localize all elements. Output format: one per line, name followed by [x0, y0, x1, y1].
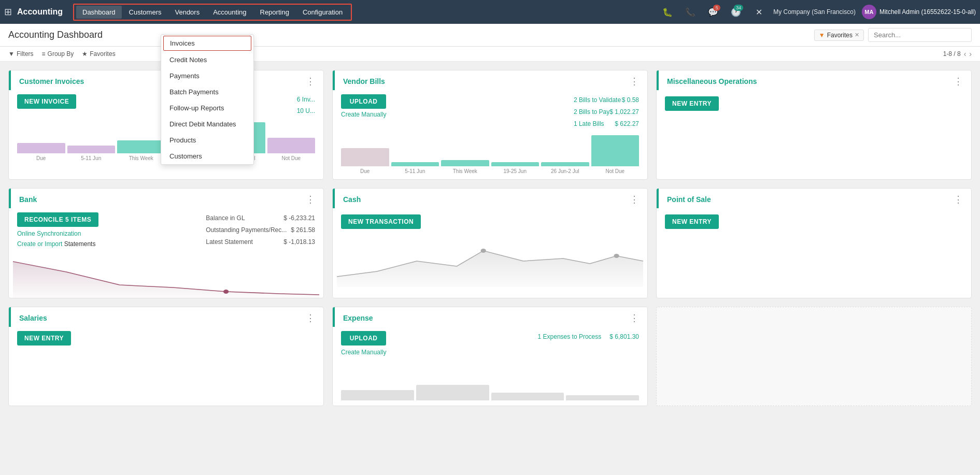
nav-item-reporting[interactable]: Reporting — [254, 6, 295, 19]
clock-badge: 34 — [734, 5, 743, 11]
filter-icon: ▼ — [8, 50, 15, 57]
dropdown-item-credit-notes[interactable]: Credit Notes — [161, 52, 253, 68]
vbar-notdue: Not Due — [591, 135, 640, 174]
bar-notdue-label: Not Due — [281, 155, 301, 161]
bar-due-label: Due — [36, 155, 46, 161]
bills-pay-row: 2 Bills to Pay $ 1,022.27 — [574, 106, 639, 118]
filters-button[interactable]: ▼ Filters — [8, 50, 34, 57]
vendor-bills-title: Vendor Bills — [343, 77, 385, 85]
create-manually-link[interactable]: Create Manually — [341, 111, 386, 118]
expense-upload-button[interactable]: UPLOAD — [341, 331, 386, 346]
nav-item-dashboard[interactable]: Dashboard — [76, 6, 122, 19]
chart-dot — [223, 290, 229, 294]
new-invoice-button[interactable]: NEW INVOICE — [17, 94, 76, 109]
cash-header: Cash ⋮ — [333, 189, 647, 208]
salaries-body: NEW ENTRY — [9, 327, 323, 350]
bank-line-chart — [9, 256, 323, 298]
create-import-row: Create or Import Statements — [17, 240, 98, 248]
expense-create-link[interactable]: Create Manually — [341, 349, 386, 356]
expense-title: Expense — [343, 314, 373, 322]
latest-label: Latest Statement — [206, 236, 253, 248]
reconcile-button[interactable]: RECONCILE 5 ITEMS — [17, 212, 98, 227]
cash-card: Cash ⋮ NEW TRANSACTION — [332, 188, 648, 298]
bar-thisweek-bar — [117, 140, 165, 153]
bar-511-bar — [67, 146, 116, 153]
nav-item-customers[interactable]: Customers — [123, 6, 168, 19]
vbar-1925-label: 19-25 Jun — [504, 168, 527, 174]
username: Mitchell Admin (16552622-15-0-all) — [879, 8, 976, 16]
pos-new-entry-button[interactable]: NEW ENTRY — [665, 214, 719, 229]
bank-header: Bank ⋮ — [9, 189, 323, 208]
expense-header: Expense ⋮ — [333, 307, 647, 327]
bug-icon-btn[interactable]: 🐛 — [659, 4, 676, 20]
online-sync-link[interactable]: Online Synchronization — [17, 230, 98, 237]
nav-item-configuration[interactable]: Configuration — [296, 6, 349, 19]
vbar-511: 5-11 Jun — [391, 162, 439, 174]
phone-icon-btn[interactable]: 📞 — [682, 4, 699, 20]
next-page-button[interactable]: › — [969, 50, 972, 58]
search-input[interactable] — [868, 28, 972, 42]
dropdown-item-batch-payments[interactable]: Batch Payments — [161, 84, 253, 100]
favorites-button[interactable]: ★ Favorites — [82, 50, 115, 57]
misc-operations-body: NEW ENTRY — [657, 90, 971, 152]
salaries-new-entry-button[interactable]: NEW ENTRY — [17, 331, 71, 346]
filter-funnel-icon: ▼ — [819, 32, 825, 39]
avatar: MA — [862, 5, 876, 19]
salaries-menu-icon[interactable]: ⋮ — [306, 313, 315, 323]
vbar-due-label: Due — [360, 168, 370, 174]
dropdown-item-invoices[interactable]: Invoices — [163, 36, 251, 51]
vbar-thisweek: This Week — [441, 160, 489, 174]
dropdown-item-products[interactable]: Products — [161, 132, 253, 148]
page-title: Accounting Dashboard — [8, 30, 814, 40]
group-by-label: Group By — [48, 50, 74, 57]
dropdown-item-customers[interactable]: Customers — [161, 148, 253, 164]
misc-operations-title: Miscellaneous Operations — [667, 77, 757, 85]
bank-menu-icon[interactable]: ⋮ — [306, 195, 315, 204]
bar-thisweek-label: This Week — [129, 155, 153, 161]
vbar-1925: 19-25 Jun — [491, 162, 539, 174]
group-by-button[interactable]: ≡ Group By — [42, 50, 74, 57]
dropdown-item-payments[interactable]: Payments — [161, 68, 253, 84]
main-content: Customer Invoices ⋮ NEW INVOICE 6 Inv...… — [0, 62, 980, 414]
create-import-link[interactable]: Create or Import — [17, 240, 62, 248]
ebar-4 — [566, 395, 639, 400]
favorites-close-icon[interactable]: ✕ — [855, 32, 859, 38]
statements-label: Statements — [64, 240, 96, 248]
favorites-tag: ▼ Favorites ✕ — [814, 30, 864, 41]
cash-menu-icon[interactable]: ⋮ — [630, 195, 639, 204]
invoice-stat1: 6 Inv... — [297, 94, 315, 106]
dropdown-item-followup[interactable]: Follow-up Reports — [161, 100, 253, 116]
ebar-4-bar — [566, 395, 639, 400]
bar-due-bar — [17, 143, 65, 153]
pagination-text: 1-8 / 8 — [943, 50, 961, 57]
close-icon-btn[interactable]: ✕ — [750, 4, 767, 20]
ebar-3-bar — [491, 393, 564, 400]
user-menu[interactable]: MA Mitchell Admin (16552622-15-0-all) — [862, 5, 976, 19]
chat-badge: 5 — [713, 5, 720, 11]
vendor-bills-row: UPLOAD Create Manually 2 Bills to Valida… — [341, 94, 639, 129]
expense-menu-icon[interactable]: ⋮ — [630, 313, 639, 323]
nav-item-vendors[interactable]: Vendors — [168, 6, 206, 19]
filters-label: Filters — [17, 50, 34, 57]
grid-icon[interactable]: ⊞ — [4, 6, 12, 18]
nav-item-accounting[interactable]: Accounting — [207, 6, 252, 19]
pos-menu-icon[interactable]: ⋮ — [954, 195, 963, 204]
new-transaction-button[interactable]: NEW TRANSACTION — [341, 214, 421, 229]
chat-icon-btn[interactable]: 💬 5 — [705, 4, 721, 20]
misc-new-entry-button[interactable]: NEW ENTRY — [665, 96, 719, 111]
misc-operations-menu-icon[interactable]: ⋮ — [954, 77, 963, 86]
outstanding-label: Outstanding Payments/Rec... — [206, 224, 287, 236]
customer-invoices-menu-icon[interactable]: ⋮ — [306, 77, 315, 86]
vendor-bills-menu-icon[interactable]: ⋮ — [630, 77, 639, 86]
prev-page-button[interactable]: ‹ — [964, 50, 967, 58]
vendor-bar-chart: Due 5-11 Jun This Week 19-25 Jun — [341, 138, 639, 174]
upload-button[interactable]: UPLOAD — [341, 94, 386, 109]
favorites-label: Favorites — [827, 32, 853, 39]
cash-chart-dot2 — [614, 254, 619, 258]
ebar-1-bar — [341, 390, 414, 400]
clock-icon-btn[interactable]: 🕐 34 — [728, 4, 744, 20]
salaries-title: Salaries — [19, 314, 47, 322]
vbar-262-label: 26 Jun-2 Jul — [551, 168, 579, 174]
groupby-icon: ≡ — [42, 50, 46, 57]
dropdown-item-direct-debit[interactable]: Direct Debit Mandates — [161, 116, 253, 132]
